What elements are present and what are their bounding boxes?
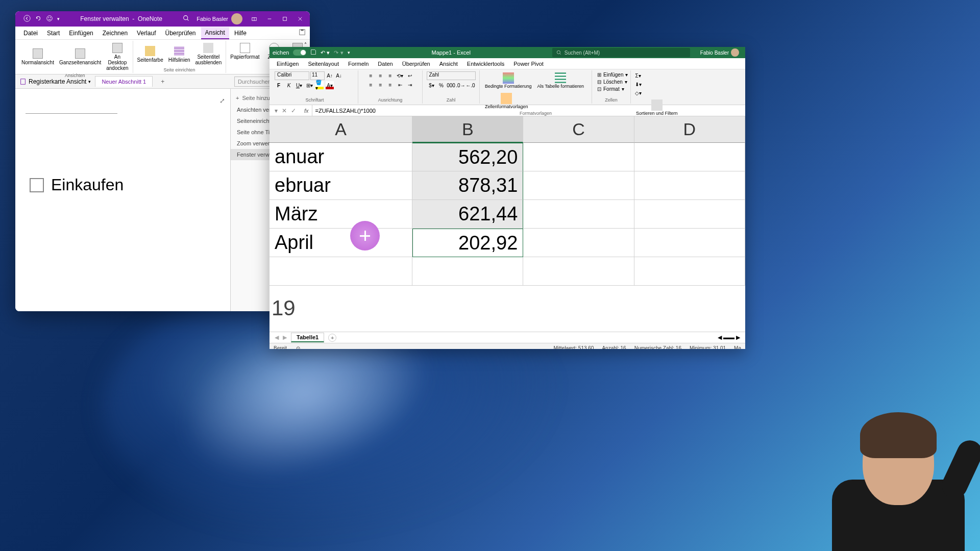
- border-button[interactable]: ⊞▾: [305, 81, 313, 89]
- thousands-icon[interactable]: 000: [447, 81, 455, 89]
- undo-icon[interactable]: ↶ ▾: [321, 49, 330, 56]
- cell[interactable]: [523, 200, 634, 229]
- share-icon[interactable]: [299, 29, 306, 37]
- formula-cancel-icon[interactable]: ✕: [282, 107, 287, 114]
- align-top-icon[interactable]: ≡: [367, 71, 375, 80]
- excel-user[interactable]: Fabio Basler: [700, 48, 739, 57]
- xl-menu-seitenlayout[interactable]: Seitenlayout: [304, 59, 343, 68]
- add-section-button[interactable]: +: [157, 76, 168, 87]
- xl-menu-daten[interactable]: Daten: [374, 59, 397, 68]
- cell[interactable]: 562,20: [412, 143, 523, 171]
- menu-start[interactable]: Start: [43, 28, 64, 39]
- back-icon[interactable]: [23, 15, 31, 23]
- window-mode-button[interactable]: [247, 12, 262, 26]
- orientation-icon[interactable]: ⟲▾: [396, 71, 404, 80]
- cell[interactable]: 202,92: [412, 229, 523, 257]
- xl-menu-ueberpruefen[interactable]: Überprüfen: [398, 59, 434, 68]
- format-cells-button[interactable]: ⊡ Format ▾: [595, 86, 626, 92]
- formula-enter-icon[interactable]: ✓: [291, 107, 296, 114]
- ribbon-andocken[interactable]: An Desktop andocken: [104, 42, 130, 72]
- clear-icon[interactable]: ◇▾: [634, 89, 642, 97]
- cell[interactable]: [634, 257, 745, 286]
- column-header-b[interactable]: B: [412, 116, 523, 143]
- sheet-tab[interactable]: Tabelle1: [291, 333, 324, 342]
- excel-search-input[interactable]: Suchen (Alt+M): [552, 48, 690, 57]
- ribbon-ganzseitenansicht[interactable]: Ganzseitenansicht: [57, 42, 103, 72]
- number-format-select[interactable]: Zahl: [427, 71, 476, 80]
- xl-menu-einfuegen[interactable]: Einfügen: [273, 59, 303, 68]
- formula-dropdown-icon[interactable]: ▾: [275, 107, 278, 114]
- increase-font-icon[interactable]: A↑: [326, 72, 334, 80]
- column-header-c[interactable]: C: [523, 116, 634, 143]
- format-as-table-button[interactable]: Als Tabelle formatieren: [535, 71, 586, 90]
- close-button[interactable]: [292, 12, 308, 26]
- onenote-canvas[interactable]: ⤢ Einkaufen: [15, 89, 230, 311]
- minimize-button[interactable]: [262, 12, 277, 26]
- sync-icon[interactable]: [46, 15, 53, 23]
- menu-zeichnen[interactable]: Zeichnen: [99, 28, 132, 39]
- excel-grid[interactable]: A B C D anuar 562,20 ebruar 878,31 März …: [270, 116, 745, 332]
- cell[interactable]: [634, 171, 745, 200]
- menu-hilfe[interactable]: Hilfe: [230, 28, 251, 39]
- menu-verlauf[interactable]: Verlauf: [133, 28, 160, 39]
- menu-ansicht[interactable]: Ansicht: [201, 27, 229, 39]
- indent-decrease-icon[interactable]: ⇤: [396, 81, 404, 89]
- ribbon-papierformat[interactable]: Papierformat: [228, 42, 261, 61]
- increase-decimal-icon[interactable]: .0→: [457, 81, 465, 89]
- xl-menu-ansicht[interactable]: Ansicht: [435, 59, 462, 68]
- menu-einfuegen[interactable]: Einfügen: [65, 28, 97, 39]
- font-name-select[interactable]: Calibri: [275, 71, 309, 80]
- decrease-decimal-icon[interactable]: ←.0: [467, 81, 475, 89]
- accessibility-icon[interactable]: ⊙: [296, 345, 300, 349]
- align-left-icon[interactable]: ≡: [367, 81, 375, 89]
- menu-ueberpruefen[interactable]: Überprüfen: [161, 28, 200, 39]
- section-tab[interactable]: Neuer Abschnitt 1: [95, 76, 153, 87]
- checkbox[interactable]: [30, 178, 44, 192]
- todo-item[interactable]: Einkaufen: [30, 176, 124, 194]
- redo-icon[interactable]: ↷ ▾: [334, 49, 343, 56]
- cell[interactable]: [523, 257, 634, 286]
- cell[interactable]: 621,44: [412, 200, 523, 229]
- cell[interactable]: [523, 171, 634, 200]
- add-sheet-button[interactable]: +: [328, 334, 336, 342]
- cell[interactable]: April: [270, 229, 412, 257]
- percent-icon[interactable]: %: [437, 81, 446, 89]
- insert-cells-button[interactable]: ⊞ Einfügen ▾: [595, 71, 630, 78]
- cell[interactable]: [634, 143, 745, 171]
- xl-menu-formeln[interactable]: Formeln: [344, 59, 373, 68]
- align-middle-icon[interactable]: ≡: [377, 71, 385, 80]
- cell[interactable]: [634, 200, 745, 229]
- ribbon-seitentitel[interactable]: Seitentitel ausblenden: [193, 42, 224, 66]
- wrap-text-icon[interactable]: ↩: [406, 71, 414, 80]
- conditional-format-button[interactable]: Bedingte Formatierung: [483, 71, 534, 90]
- ribbon-seitenfarbe[interactable]: Seitenfarbe: [135, 42, 165, 66]
- menu-datei[interactable]: Datei: [19, 28, 42, 39]
- cell[interactable]: [523, 143, 634, 171]
- row-number[interactable]: 19: [272, 296, 296, 320]
- ribbon-normalansicht[interactable]: Normalansicht: [19, 42, 56, 72]
- cell[interactable]: [634, 229, 745, 257]
- formula-input[interactable]: =ZUFALLSZAHL()*1000: [312, 105, 745, 116]
- fill-icon[interactable]: ⬇▾: [634, 80, 642, 88]
- cell[interactable]: anuar: [270, 143, 412, 171]
- ribbon-hilfslinien[interactable]: Hilfslinien: [166, 42, 192, 66]
- cell[interactable]: März: [270, 200, 412, 229]
- undo-icon[interactable]: [35, 15, 42, 23]
- underline-button[interactable]: U▾: [295, 81, 303, 89]
- cell[interactable]: [270, 257, 412, 286]
- sheet-nav-prev[interactable]: ◀: [275, 334, 279, 341]
- font-size-select[interactable]: 11: [310, 71, 325, 80]
- search-icon[interactable]: [183, 15, 189, 23]
- cell[interactable]: ebruar: [270, 171, 412, 200]
- indent-increase-icon[interactable]: ⇥: [406, 81, 414, 89]
- bold-button[interactable]: F: [275, 81, 283, 89]
- todo-text[interactable]: Einkaufen: [51, 176, 124, 194]
- delete-cells-button[interactable]: ⊟ Löschen ▾: [595, 79, 629, 85]
- xl-menu-powerpivot[interactable]: Power Pivot: [509, 59, 548, 68]
- italic-button[interactable]: K: [285, 81, 293, 89]
- scroll-bar[interactable]: ◀ ▬▬ ▶: [718, 334, 740, 341]
- column-header-d[interactable]: D: [634, 116, 745, 143]
- autosave-toggle[interactable]: [293, 49, 306, 56]
- xl-menu-entwicklertools[interactable]: Entwicklertools: [463, 59, 508, 68]
- cell[interactable]: [523, 229, 634, 257]
